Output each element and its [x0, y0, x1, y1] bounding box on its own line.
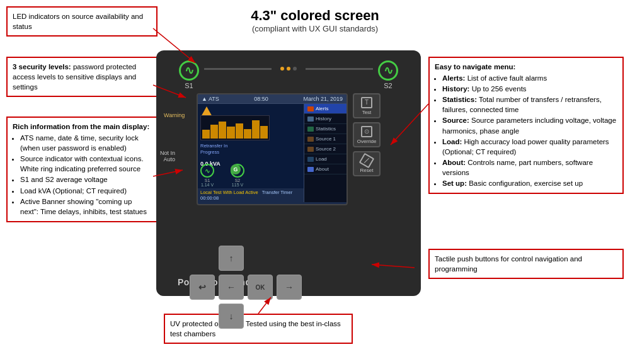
- test-label: Test: [362, 110, 372, 115]
- status-bar: Local Test With Load Active Transfer Tim…: [198, 188, 304, 202]
- transfer-dots: [280, 67, 297, 71]
- s2-circ-label: S2115 V: [232, 178, 243, 187]
- nav-right-btn[interactable]: →: [277, 275, 302, 300]
- menu-item-setup: Set up: Basic configuration, exercise se…: [442, 178, 617, 188]
- bar-4: [227, 127, 234, 139]
- annotation-security: 3 security levels: password protected ac…: [6, 57, 158, 97]
- nav-ok-btn[interactable]: OK: [248, 275, 273, 300]
- empty-slot-3: [277, 246, 302, 271]
- dot-3: [293, 67, 297, 71]
- nav-left-btn[interactable]: ←: [219, 275, 244, 300]
- s2-circle: ∿: [378, 60, 398, 81]
- date-label: March 21, 2019: [303, 96, 343, 102]
- annotation-led-text: LED indicators on source availability an…: [13, 13, 143, 30]
- menu-item-load: Load: High accuracy load power quality p…: [442, 137, 617, 157]
- annotation-menu-list: Alerts: List of active fault alarms Hist…: [442, 73, 617, 188]
- annotation-tactile-text: Tactile push buttons for control navigat…: [435, 255, 582, 273]
- rich-item-4: Load kVA (Optional; CT required): [20, 186, 151, 196]
- reset-button[interactable]: / Reset: [353, 151, 381, 176]
- chart-area: [200, 115, 270, 140]
- lcd-main: Retransfer InProgress 0.0 kVA ∿ S11.14 V: [198, 104, 304, 202]
- bar-3: [219, 122, 226, 139]
- lcd-content: Retransfer InProgress 0.0 kVA ∿ S11.14 V: [198, 104, 346, 202]
- chart-bars: [201, 116, 269, 140]
- source-circles-bottom: ∿ S11.14 V ∿ S2115 V G: [200, 164, 244, 187]
- s2-line: [306, 68, 373, 70]
- not-in-auto-label: Not InAuto: [160, 150, 175, 162]
- bar-5: [236, 123, 243, 139]
- menu-history: History: [304, 114, 346, 124]
- lcd-screen: ▲ ATS 08:50 March 21, 2019: [197, 93, 348, 205]
- alerts-label: Alerts: [316, 106, 328, 111]
- empty-slot-1: [190, 246, 215, 271]
- source1-label: Source 1: [316, 136, 336, 142]
- bar-1: [202, 130, 210, 139]
- s1-label: S1: [185, 82, 193, 89]
- bar-7: [252, 120, 260, 139]
- nav-down-btn[interactable]: ↓: [219, 304, 244, 329]
- empty-slot-2: [248, 246, 273, 271]
- load-label: Load: [316, 156, 327, 162]
- bar-6: [244, 129, 251, 139]
- s1-circ: ∿: [200, 164, 214, 178]
- source-s2-indicator: ∿ S2: [378, 60, 398, 89]
- empty-slot-6: [277, 304, 302, 329]
- rich-item-5: Active Banner showing "coming up next": …: [20, 196, 151, 217]
- menu-item-about: About: Controls name, part numbers, soft…: [442, 157, 617, 178]
- s1-line: [204, 68, 272, 70]
- annotation-security-title: 3 security levels:: [13, 63, 73, 71]
- override-label: Override: [357, 139, 377, 144]
- lcd-topbar: ▲ ATS 08:50 March 21, 2019: [198, 94, 346, 104]
- empty-slot-4: [190, 304, 215, 329]
- source-s1-indicator: ∿ S1: [179, 60, 199, 89]
- dot-1: [280, 67, 284, 71]
- time-label: 08:50: [254, 96, 268, 102]
- annotation-rich-info: Rich information from the main display: …: [6, 117, 158, 222]
- s1-circ-label: S11.14 V: [201, 178, 214, 187]
- transfer-time: 00:00:08: [200, 195, 219, 201]
- src2-icon: [307, 147, 314, 152]
- rich-item-2: Source indicator with contextual icons. …: [20, 154, 151, 174]
- statistics-label: Statistics: [316, 126, 336, 132]
- menu-item-source: Source: Source parameters including volt…: [442, 115, 617, 135]
- s1-circle: ∿: [179, 60, 199, 81]
- transfer-timer-text: Transfer Timer: [262, 190, 292, 195]
- src1-icon: [307, 137, 314, 142]
- warning-label: Warning: [164, 112, 185, 118]
- stats-icon: [307, 127, 314, 132]
- menu-source2: Source 2: [304, 144, 346, 154]
- ats-label: ▲ ATS: [202, 96, 219, 102]
- rich-item-1: ATS name, date & time, security lock (wh…: [20, 133, 151, 153]
- clock-icon: [307, 117, 314, 122]
- bar-2: [210, 125, 218, 139]
- annotation-led-indicators: LED indicators on source availability an…: [6, 6, 158, 37]
- nav-back-btn[interactable]: ↩: [190, 275, 215, 300]
- retransfer-text: Retransfer InProgress: [200, 143, 227, 156]
- menu-alerts: Alerts: [304, 104, 346, 114]
- empty-slot-5: [248, 304, 273, 329]
- local-test-text: Local Test With Load Active: [200, 190, 258, 195]
- reset-label: Reset: [360, 168, 374, 173]
- override-button[interactable]: ⊙ Override: [353, 122, 381, 147]
- bar-8: [260, 126, 268, 139]
- annotation-rich-list: ATS name, date & time, security lock (wh…: [20, 133, 151, 217]
- load-icon: [307, 157, 314, 162]
- s2-label: S2: [384, 82, 392, 89]
- menu-source1: Source 1: [304, 134, 346, 144]
- annotation-menu: Easy to navigate menu: Alerts: List of a…: [428, 57, 624, 194]
- annotation-tactile: Tactile push buttons for control navigat…: [428, 249, 624, 279]
- nav-grid: ↑ ↩ ← OK → ↓: [190, 246, 302, 345]
- side-buttons-panel: T Test ⊙ Override / Reset: [353, 93, 381, 176]
- about-icon: [307, 167, 314, 172]
- lcd-menu-sidebar: Alerts History Statistics Source 1: [304, 104, 346, 202]
- about-label: About: [316, 166, 329, 172]
- test-button[interactable]: T Test: [353, 93, 381, 118]
- g-badge: G: [231, 164, 241, 174]
- annotation-rich-title: Rich information from the main display:: [13, 122, 151, 132]
- nav-up-btn[interactable]: ↑: [219, 246, 244, 271]
- reset-icon: /: [359, 152, 375, 168]
- dot-2: [287, 67, 290, 71]
- menu-statistics: Statistics: [304, 124, 346, 134]
- menu-about: About: [304, 164, 346, 174]
- menu-item-alerts: Alerts: List of active fault alarms: [442, 73, 617, 83]
